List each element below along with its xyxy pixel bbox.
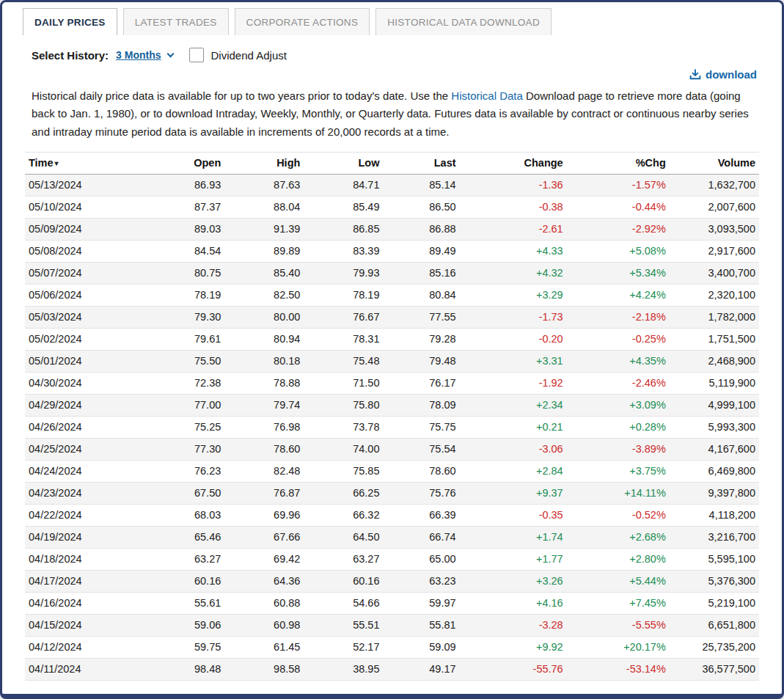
table-row: 05/10/202487.3788.0485.4986.50-0.38-0.44… [25,196,759,218]
table-row: 04/29/202477.0079.7475.8078.09+2.34+3.09… [25,394,759,416]
cell-low: 55.51 [304,614,383,636]
cell-pct: +20.17% [567,636,670,658]
cell-change: +3.31 [460,350,567,372]
cell-high: 89.89 [224,240,304,262]
cell-low: 75.80 [304,394,383,416]
daily-prices-table: Time▾ Open High Low Last Change %Chg Vol… [25,152,759,681]
sort-descending-icon: ▾ [55,159,59,167]
cell-open: 63.27 [151,548,224,570]
cell-time: 04/26/2024 [25,416,151,438]
table-row: 04/15/202459.0660.9855.5155.81-3.28-5.55… [25,614,759,636]
cell-time: 04/17/2024 [25,570,151,592]
cell-open: 67.50 [151,482,224,504]
download-icon [689,69,701,81]
cell-open: 98.48 [151,658,224,680]
table-row: 04/23/202467.5076.8766.2575.76+9.37+14.1… [25,482,759,504]
cell-low: 75.48 [304,350,383,372]
cell-open: 79.61 [151,328,224,350]
cell-volume: 3,093,500 [670,218,759,240]
tab-historical-data-download[interactable]: HISTORICAL DATA DOWNLOAD [375,8,552,35]
header-time[interactable]: Time▾ [25,152,151,174]
tab-latest-trades[interactable]: LATEST TRADES [123,8,229,35]
cell-time: 05/02/2024 [25,328,151,350]
cell-change: +1.74 [460,526,567,548]
cell-pct: -0.44% [567,196,670,218]
cell-time: 05/10/2024 [25,196,151,218]
cell-open: 78.19 [151,284,224,306]
header-pctchg[interactable]: %Chg [567,152,670,174]
header-low[interactable]: Low [304,152,383,174]
historical-data-link[interactable]: Historical Data [451,89,523,102]
cell-change: -55.76 [460,658,567,680]
cell-volume: 5,595,100 [670,548,759,570]
cell-volume: 4,999,100 [670,394,759,416]
cell-change: -0.35 [460,504,567,526]
cell-time: 05/07/2024 [25,262,151,284]
cell-low: 84.71 [304,174,383,196]
table-row: 05/03/202479.3080.0076.6777.55-1.73-2.18… [25,306,759,328]
cell-time: 04/12/2024 [25,636,151,658]
history-dropdown[interactable]: 3 Months [116,49,172,61]
cell-volume: 5,993,300 [670,416,759,438]
cell-pct: +5.34% [567,262,670,284]
cell-open: 77.00 [151,394,224,416]
cell-time: 05/08/2024 [25,240,151,262]
dividend-adjust-checkbox[interactable] [189,48,204,62]
cell-high: 69.42 [224,548,304,570]
cell-pct: +5.44% [567,570,670,592]
cell-volume: 2,320,100 [670,284,759,306]
cell-pct: +5.08% [567,240,670,262]
cell-high: 76.87 [224,482,304,504]
cell-volume: 6,469,800 [670,460,759,482]
table-row: 04/25/202477.3078.6074.0075.54-3.06-3.89… [25,438,759,460]
cell-last: 75.54 [383,438,459,460]
cell-last: 66.74 [383,526,459,548]
cell-volume: 4,118,200 [670,504,759,526]
cell-open: 79.30 [151,306,224,328]
cell-change: -1.73 [460,306,567,328]
cell-pct: +3.09% [567,394,670,416]
table-row: 05/07/202480.7585.4079.9385.16+4.32+5.34… [25,262,759,284]
cell-last: 79.48 [383,350,459,372]
cell-low: 66.25 [304,482,383,504]
cell-low: 76.67 [304,306,383,328]
cell-high: 64.36 [224,570,304,592]
cell-open: 68.03 [151,504,224,526]
cell-last: 77.55 [383,306,459,328]
cell-time: 05/13/2024 [25,174,151,196]
cell-time: 04/22/2024 [25,504,151,526]
table-row: 04/11/202498.4898.5838.9549.17-55.76-53.… [25,658,759,680]
cell-high: 78.60 [224,438,304,460]
cell-open: 76.23 [151,460,224,482]
table-row: 04/16/202455.6160.8854.6659.97+4.16+7.45… [25,592,759,614]
cell-open: 65.46 [151,526,224,548]
cell-open: 60.16 [151,570,224,592]
cell-change: +4.33 [460,240,567,262]
header-change[interactable]: Change [460,152,567,174]
tab-corporate-actions[interactable]: CORPORATE ACTIONS [235,8,370,35]
cell-low: 86.85 [304,218,383,240]
price-table-body: 05/13/202486.9387.6384.7185.14-1.36-1.57… [25,174,759,680]
table-row: 04/12/202459.7561.4552.1759.09+9.92+20.1… [25,636,759,658]
cell-volume: 1,632,700 [670,174,759,196]
history-dropdown-value: 3 Months [116,49,161,61]
cell-last: 89.49 [383,240,459,262]
header-high[interactable]: High [224,152,304,174]
cell-open: 89.03 [151,218,224,240]
cell-pct: -53.14% [567,658,670,680]
table-row: 05/09/202489.0391.3986.8586.88-2.61-2.92… [25,218,759,240]
cell-change: +3.26 [460,570,567,592]
cell-pct: -1.57% [567,174,670,196]
header-volume[interactable]: Volume [670,152,759,174]
cell-time: 05/03/2024 [25,306,151,328]
chevron-down-icon [166,51,174,58]
cell-last: 66.39 [383,504,459,526]
download-link[interactable]: download [689,68,757,81]
header-open[interactable]: Open [151,152,224,174]
table-row: 04/22/202468.0369.9666.3266.39-0.35-0.52… [25,504,759,526]
cell-last: 55.81 [383,614,459,636]
cell-pct: +4.35% [567,350,670,372]
cell-open: 77.30 [151,438,224,460]
tab-daily-prices[interactable]: DAILY PRICES [23,8,117,35]
header-last[interactable]: Last [383,152,459,174]
